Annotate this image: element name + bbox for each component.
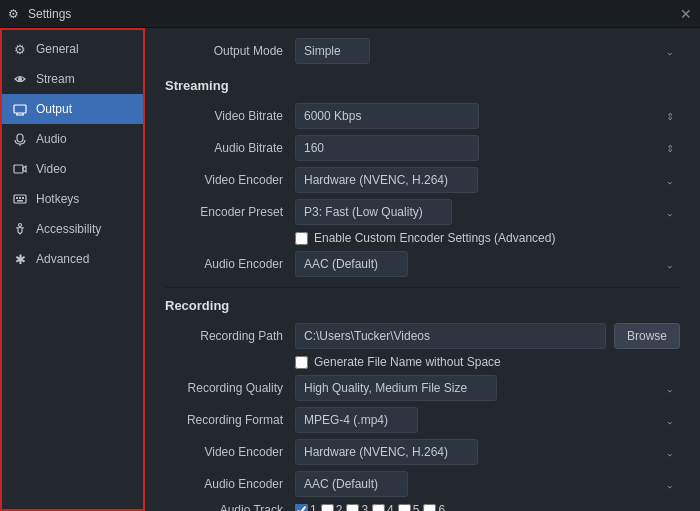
recording-section: Recording Recording Path C:\Users\Tucker…	[165, 298, 680, 511]
custom-encoder-label: Enable Custom Encoder Settings (Advanced…	[314, 231, 555, 245]
svg-rect-8	[22, 197, 24, 199]
sidebar-item-label: General	[36, 42, 79, 56]
svg-rect-4	[14, 165, 23, 173]
output-mode-select-wrapper: Simple	[295, 38, 680, 64]
audio-track-label: Audio Track	[165, 503, 295, 511]
track-5-checkbox[interactable]	[398, 504, 411, 512]
window-title: Settings	[28, 7, 71, 21]
sidebar-item-video[interactable]: Video	[0, 154, 144, 184]
track-6-checkbox[interactable]	[423, 504, 436, 512]
recording-path-input[interactable]: C:\Users\Tucker\Videos	[295, 323, 606, 349]
svg-rect-9	[17, 200, 23, 202]
video-encoder-row: Video Encoder Hardware (NVENC, H.264)	[165, 167, 680, 193]
sidebar-item-label: Hotkeys	[36, 192, 79, 206]
video-encoder2-row: Video Encoder Hardware (NVENC, H.264)	[165, 439, 680, 465]
recording-format-label: Recording Format	[165, 413, 295, 427]
streaming-section-header: Streaming	[165, 78, 680, 93]
track-check-2: 2	[321, 503, 343, 511]
track-3-checkbox[interactable]	[346, 504, 359, 512]
audio-encoder2-wrapper: AAC (Default)	[295, 471, 680, 497]
svg-rect-7	[19, 197, 21, 199]
close-button[interactable]: ✕	[680, 7, 692, 21]
recording-path-label: Recording Path	[165, 329, 295, 343]
track-4-checkbox[interactable]	[372, 504, 385, 512]
audio-bitrate-wrapper: 160	[295, 135, 680, 161]
encoder-preset-select[interactable]: P3: Fast (Low Quality)	[295, 199, 452, 225]
video-encoder2-select[interactable]: Hardware (NVENC, H.264)	[295, 439, 478, 465]
recording-path-row: Recording Path C:\Users\Tucker\Videos Br…	[165, 323, 680, 349]
general-icon: ⚙	[12, 41, 28, 57]
video-encoder-select[interactable]: Hardware (NVENC, H.264)	[295, 167, 478, 193]
sidebar-item-advanced[interactable]: ✱ Advanced	[0, 244, 144, 274]
video-encoder2-label: Video Encoder	[165, 445, 295, 459]
output-mode-select[interactable]: Simple	[295, 38, 370, 64]
svg-rect-6	[16, 197, 18, 199]
custom-encoder-row: Enable Custom Encoder Settings (Advanced…	[295, 231, 680, 245]
audio-encoder-row: Audio Encoder AAC (Default)	[165, 251, 680, 277]
track-3-label: 3	[361, 503, 368, 511]
audio-bitrate-label: Audio Bitrate	[165, 141, 295, 155]
encoder-preset-row: Encoder Preset P3: Fast (Low Quality)	[165, 199, 680, 225]
track-4-label: 4	[387, 503, 394, 511]
track-2-checkbox[interactable]	[321, 504, 334, 512]
sidebar-item-label: Output	[36, 102, 72, 116]
sidebar-item-label: Advanced	[36, 252, 89, 266]
track-5-label: 5	[413, 503, 420, 511]
video-encoder-select-wrapper: Hardware (NVENC, H.264)	[295, 167, 680, 193]
svg-rect-2	[17, 134, 23, 142]
sidebar-item-label: Audio	[36, 132, 67, 146]
audio-encoder-select[interactable]: AAC (Default)	[295, 251, 408, 277]
sidebar-item-audio[interactable]: Audio	[0, 124, 144, 154]
generate-filename-checkbox[interactable]	[295, 356, 308, 369]
track-check-1: 1	[295, 503, 317, 511]
sidebar-item-hotkeys[interactable]: Hotkeys	[0, 184, 144, 214]
audio-encoder-select-wrapper: AAC (Default)	[295, 251, 680, 277]
track-1-checkbox[interactable]	[295, 504, 308, 512]
video-bitrate-wrapper: 6000 Kbps	[295, 103, 680, 129]
audio-bitrate-input[interactable]: 160	[295, 135, 479, 161]
track-2-label: 2	[336, 503, 343, 511]
recording-quality-select[interactable]: High Quality, Medium File Size	[295, 375, 497, 401]
content-area: Output Mode Simple Streaming Video Bitra…	[145, 28, 700, 511]
sidebar-item-general[interactable]: ⚙ General	[0, 34, 144, 64]
sidebar-item-label: Stream	[36, 72, 75, 86]
svg-rect-1	[14, 105, 26, 113]
advanced-icon: ✱	[12, 251, 28, 267]
recording-quality-row: Recording Quality High Quality, Medium F…	[165, 375, 680, 401]
browse-button[interactable]: Browse	[614, 323, 680, 349]
audio-encoder2-select[interactable]: AAC (Default)	[295, 471, 408, 497]
accessibility-icon	[12, 221, 28, 237]
stream-icon	[12, 71, 28, 87]
audio-icon	[12, 131, 28, 147]
title-bar: ⚙ Settings ✕	[0, 0, 700, 28]
track-check-5: 5	[398, 503, 420, 511]
video-bitrate-label: Video Bitrate	[165, 109, 295, 123]
audio-track-row: Audio Track 1 2 3	[165, 503, 680, 511]
recording-format-wrapper: MPEG-4 (.mp4)	[295, 407, 680, 433]
settings-icon: ⚙	[8, 7, 22, 21]
sidebar-item-output[interactable]: Output	[0, 94, 144, 124]
recording-format-select[interactable]: MPEG-4 (.mp4)	[295, 407, 418, 433]
svg-point-0	[18, 77, 22, 81]
recording-format-row: Recording Format MPEG-4 (.mp4)	[165, 407, 680, 433]
video-icon	[12, 161, 28, 177]
generate-filename-row: Generate File Name without Space	[295, 355, 680, 369]
recording-quality-label: Recording Quality	[165, 381, 295, 395]
video-bitrate-row: Video Bitrate 6000 Kbps	[165, 103, 680, 129]
sidebar-item-accessibility[interactable]: Accessibility	[0, 214, 144, 244]
track-check-3: 3	[346, 503, 368, 511]
custom-encoder-checkbox[interactable]	[295, 232, 308, 245]
track-check-6: 6	[423, 503, 445, 511]
sidebar-item-stream[interactable]: Stream	[0, 64, 144, 94]
sidebar-item-label: Video	[36, 162, 66, 176]
recording-quality-wrapper: High Quality, Medium File Size	[295, 375, 680, 401]
output-icon	[12, 101, 28, 117]
audio-encoder2-label: Audio Encoder	[165, 477, 295, 491]
audio-bitrate-row: Audio Bitrate 160	[165, 135, 680, 161]
generate-filename-label: Generate File Name without Space	[314, 355, 501, 369]
main-layout: ⚙ General Stream Output	[0, 28, 700, 511]
audio-track-checks: 1 2 3 4 5	[295, 503, 445, 511]
sidebar: ⚙ General Stream Output	[0, 28, 145, 511]
video-bitrate-input[interactable]: 6000 Kbps	[295, 103, 479, 129]
encoder-preset-select-wrapper: P3: Fast (Low Quality)	[295, 199, 680, 225]
